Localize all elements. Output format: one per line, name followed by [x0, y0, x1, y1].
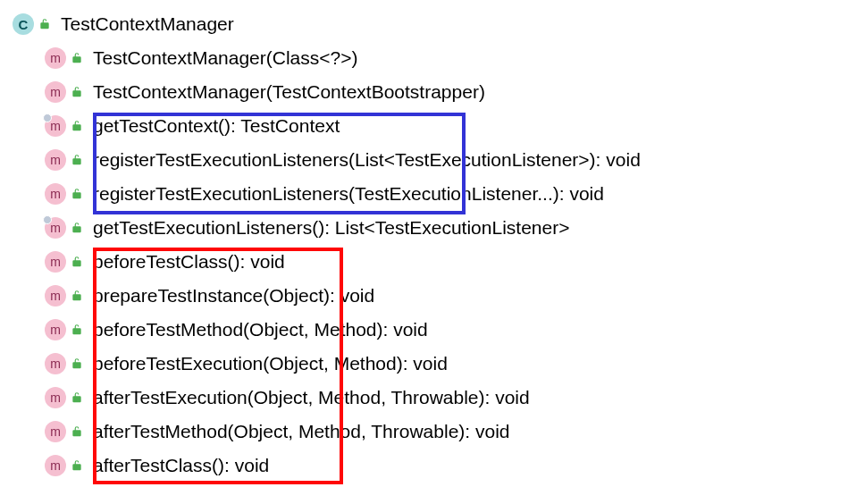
- member-row[interactable]: mgetTestContext(): TestContext: [0, 109, 856, 143]
- member-row[interactable]: mregisterTestExecutionListeners(TestExec…: [0, 177, 856, 211]
- member-row[interactable]: mprepareTestInstance(Object): void: [0, 279, 856, 313]
- member-label: afterTestMethod(Object, Method, Throwabl…: [93, 421, 510, 442]
- member-row[interactable]: mTestContextManager(Class<?>): [0, 41, 856, 75]
- method-icon: m: [45, 319, 66, 340]
- member-row[interactable]: mafterTestClass(): void: [0, 449, 856, 483]
- class-row[interactable]: C TestContextManager: [0, 7, 856, 41]
- lock-open-icon: [70, 323, 84, 337]
- member-label: afterTestExecution(Object, Method, Throw…: [93, 387, 530, 408]
- member-label: getTestContext(): TestContext: [93, 115, 340, 137]
- lock-open-icon: [70, 153, 84, 167]
- lock-open-icon: [70, 255, 84, 269]
- members-list: mTestContextManager(Class<?>)mTestContex…: [0, 41, 856, 483]
- method-icon: m: [45, 149, 66, 171]
- lock-open-icon: [70, 458, 84, 473]
- lock-open-icon: [70, 51, 84, 65]
- lock-open-icon: [70, 119, 84, 133]
- member-row[interactable]: mgetTestExecutionListeners(): List<TestE…: [0, 211, 856, 245]
- member-label: beforeTestClass(): void: [93, 251, 285, 273]
- method-icon: m: [45, 421, 66, 442]
- member-label: TestContextManager(Class<?>): [93, 47, 357, 69]
- member-row[interactable]: mbeforeTestMethod(Object, Method): void: [0, 313, 856, 347]
- method-icon: m: [45, 353, 66, 374]
- member-label: getTestExecutionListeners(): List<TestEx…: [93, 217, 569, 239]
- lock-open-icon: [70, 391, 84, 405]
- member-row[interactable]: mTestContextManager(TestContextBootstrap…: [0, 75, 856, 109]
- member-row[interactable]: mregisterTestExecutionListeners(List<Tes…: [0, 143, 856, 177]
- member-row[interactable]: mafterTestMethod(Object, Method, Throwab…: [0, 415, 856, 449]
- member-label: TestContextManager(TestContextBootstrapp…: [93, 81, 485, 103]
- member-label: prepareTestInstance(Object): void: [93, 285, 374, 307]
- member-label: beforeTestMethod(Object, Method): void: [93, 319, 428, 340]
- method-icon: m: [45, 47, 66, 69]
- member-label: beforeTestExecution(Object, Method): voi…: [93, 353, 448, 374]
- lock-open-icon: [70, 85, 84, 99]
- lock-open-icon: [70, 187, 84, 201]
- lock-open-icon: [38, 17, 52, 31]
- lock-open-icon: [70, 357, 84, 371]
- lock-open-icon: [70, 424, 84, 439]
- member-row[interactable]: mbeforeTestClass(): void: [0, 245, 856, 279]
- method-icon: m: [45, 251, 66, 273]
- member-row[interactable]: mafterTestExecution(Object, Method, Thro…: [0, 381, 856, 415]
- method-icon: m: [45, 285, 66, 307]
- method-icon: m: [45, 455, 66, 476]
- method-icon: m: [45, 183, 66, 205]
- method-icon: m: [45, 115, 66, 137]
- member-label: registerTestExecutionListeners(TestExecu…: [93, 183, 604, 205]
- member-label: registerTestExecutionListeners(List<Test…: [93, 149, 641, 171]
- class-icon: C: [13, 13, 34, 35]
- method-icon: m: [45, 217, 66, 239]
- class-name: TestContextManager: [61, 13, 234, 35]
- method-icon: m: [45, 387, 66, 408]
- member-label: afterTestClass(): void: [93, 455, 269, 476]
- member-row[interactable]: mbeforeTestExecution(Object, Method): vo…: [0, 347, 856, 381]
- lock-open-icon: [70, 221, 84, 235]
- lock-open-icon: [70, 289, 84, 303]
- method-icon: m: [45, 81, 66, 103]
